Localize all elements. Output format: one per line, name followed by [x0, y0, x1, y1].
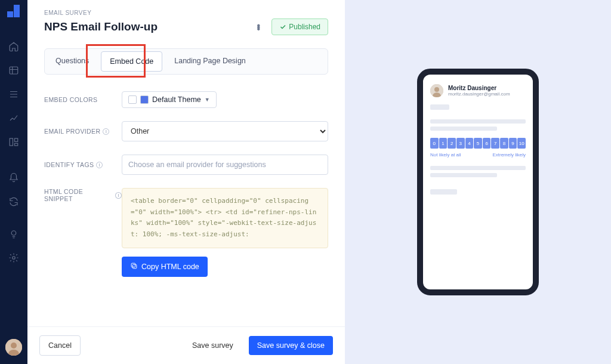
- svg-point-7: [13, 257, 16, 260]
- main-column: EMAIL SURVEY NPS Email Follow-up ••• Pub…: [27, 0, 345, 364]
- theme-value: Default Theme: [152, 95, 201, 104]
- svg-rect-1: [14, 5, 20, 17]
- placeholder-line: [430, 166, 526, 170]
- copy-icon: [130, 262, 138, 272]
- status-label: Published: [289, 23, 320, 31]
- svg-point-6: [11, 231, 16, 236]
- nps-9[interactable]: 9: [509, 138, 517, 149]
- nps-8[interactable]: 8: [500, 138, 508, 149]
- cancel-button[interactable]: Cancel: [39, 335, 81, 356]
- identify-tags-input[interactable]: [122, 155, 328, 175]
- page-title: NPS Email Follow-up: [44, 20, 251, 33]
- layout-icon[interactable]: [8, 137, 19, 147]
- svg-rect-11: [132, 264, 137, 269]
- nps-7[interactable]: 7: [491, 138, 499, 149]
- nps-scale: 0 1 2 3 4 5 6 7 8 9 10: [430, 138, 526, 149]
- chevron-down-icon: ▼: [205, 97, 210, 103]
- placeholder-line: [430, 127, 497, 131]
- label-code-snippet: HTML CODE SNIPPET i: [44, 188, 122, 202]
- svg-rect-3: [10, 138, 13, 146]
- placeholder-line: [430, 173, 497, 177]
- sender-email: moritz.dausinger@gmail.com: [448, 91, 510, 97]
- save-close-button[interactable]: Save survey & close: [249, 336, 333, 355]
- placeholder-line: [430, 119, 526, 124]
- nps-max-label: Extremely likely: [492, 152, 526, 158]
- preview-panel: Moritz Dausinger moritz.dausinger@gmail.…: [345, 0, 611, 364]
- svg-point-9: [11, 343, 17, 348]
- label-identify-tags: IDENTIFY TAGS i: [44, 161, 122, 168]
- email-provider-select[interactable]: Other: [122, 121, 328, 141]
- code-snippet[interactable]: <table border="0" cellpadding="0" cellsp…: [122, 188, 328, 248]
- label-embed-colors: EMBED COLORS: [44, 96, 122, 103]
- tab-landing-page[interactable]: Landing Page Design: [166, 51, 254, 72]
- phone-preview: Moritz Dausinger moritz.dausinger@gmail.…: [417, 69, 539, 295]
- nps-6[interactable]: 6: [483, 138, 491, 149]
- chart-icon[interactable]: [8, 113, 19, 124]
- tab-questions[interactable]: Questions: [47, 51, 97, 72]
- info-icon: i: [96, 162, 103, 168]
- copy-html-button[interactable]: Copy HTML code: [122, 257, 208, 277]
- svg-rect-2: [10, 67, 18, 74]
- nps-0[interactable]: 0: [430, 138, 439, 149]
- breadcrumb: EMAIL SURVEY: [44, 10, 328, 16]
- info-icon: i: [103, 128, 109, 135]
- placeholder-line: [430, 104, 449, 110]
- nps-2[interactable]: 2: [448, 138, 456, 149]
- bell-icon[interactable]: [8, 172, 19, 183]
- swatch-white: [128, 95, 137, 104]
- sender-name: Moritz Dausinger: [448, 85, 510, 91]
- nps-min-label: Not likely at all: [430, 152, 461, 158]
- user-avatar[interactable]: [5, 339, 22, 356]
- svg-point-14: [434, 87, 439, 92]
- lightbulb-icon[interactable]: [8, 229, 19, 239]
- tabs: Questions Embed Code Landing Page Design: [44, 48, 328, 75]
- svg-rect-0: [7, 11, 13, 17]
- more-menu-icon[interactable]: •••: [251, 24, 266, 30]
- svg-rect-12: [131, 263, 135, 267]
- refresh-icon[interactable]: [8, 196, 19, 207]
- nps-3[interactable]: 3: [456, 138, 465, 149]
- tab-embed-code[interactable]: Embed Code: [101, 51, 162, 72]
- nps-4[interactable]: 4: [465, 138, 474, 149]
- save-button[interactable]: Save survey: [184, 336, 242, 355]
- list-icon[interactable]: [8, 89, 19, 100]
- label-email-provider: EMAIL PROVIDER i: [44, 128, 122, 135]
- home-icon[interactable]: [8, 41, 19, 52]
- status-badge: Published: [271, 18, 328, 35]
- footer: Cancel Save survey Save survey & close: [27, 326, 345, 364]
- info-icon: i: [115, 192, 122, 199]
- sender-avatar: [430, 84, 443, 97]
- placeholder-line: [430, 189, 457, 195]
- nps-5[interactable]: 5: [474, 138, 482, 149]
- app-sidebar: [0, 0, 27, 364]
- svg-rect-4: [15, 138, 18, 141]
- app-logo: [7, 5, 20, 18]
- gear-icon[interactable]: [8, 252, 19, 263]
- nps-10[interactable]: 10: [517, 138, 526, 149]
- swatch-blue: [140, 95, 149, 104]
- nps-1[interactable]: 1: [439, 138, 448, 149]
- svg-rect-5: [15, 143, 18, 146]
- table-icon[interactable]: [8, 65, 19, 76]
- theme-dropdown[interactable]: Default Theme ▼: [122, 91, 217, 108]
